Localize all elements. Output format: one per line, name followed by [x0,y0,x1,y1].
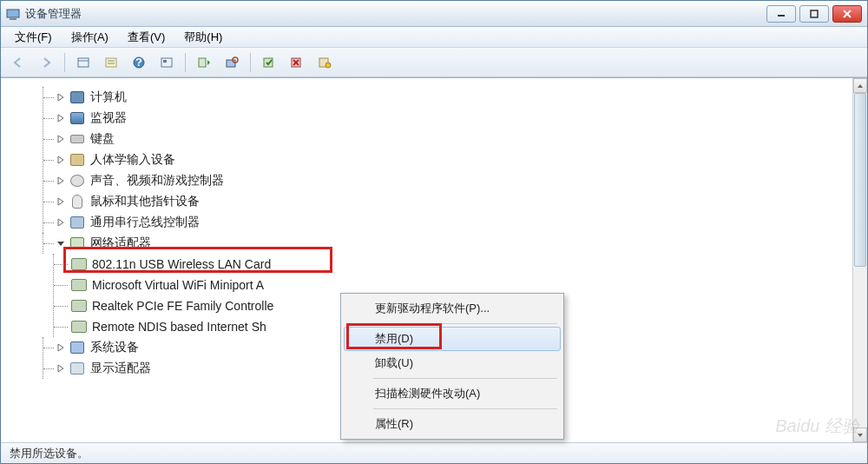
show-hide-console-button[interactable] [71,51,95,74]
tree-node[interactable]: 监视器 [43,108,867,129]
uninstall-button[interactable] [312,51,337,74]
tree-node[interactable]: 通用串行总线控制器 [43,212,867,233]
vertical-scrollbar[interactable] [852,78,867,442]
maximize-button[interactable] [799,5,829,23]
netcard-icon [71,256,87,272]
tree-node[interactable]: 鼠标和其他指针设备 [43,191,867,212]
minimize-button[interactable] [766,5,796,23]
device-icon [69,194,85,209]
toolbar-separator [250,53,251,72]
tree-node-label: 显示适配器 [90,361,151,376]
svg-rect-15 [199,58,206,67]
ctx-uninstall[interactable]: 卸载(U) [344,351,561,375]
netcard-icon [71,277,87,293]
tree-node[interactable]: 声音、视频和游戏控制器 [43,170,867,191]
ctx-separator [373,378,557,379]
tree-node-label: 鼠标和其他指针设备 [90,194,200,209]
statusbar: 禁用所选设备。 [1,442,867,463]
update-driver-button[interactable] [192,51,216,74]
expand-icon[interactable] [56,363,66,374]
close-button[interactable] [832,5,862,23]
netcard-icon [71,298,87,314]
device-icon [69,89,85,105]
device-icon [69,340,85,355]
menu-action[interactable]: 操作(A) [62,27,117,48]
svg-rect-14 [163,60,167,63]
scroll-thumb[interactable] [854,93,866,267]
enable-button[interactable] [257,51,281,74]
tree-node-label: 网络适配器 [90,235,151,251]
ctx-disable[interactable]: 禁用(D) [344,327,561,351]
svg-rect-0 [7,10,19,17]
tree-node-netcard[interactable]: 802.11n USB Wireless LAN Card [54,254,867,275]
properties-button[interactable] [99,51,123,74]
forward-button[interactable] [34,51,58,74]
help-button[interactable]: ? [127,51,151,74]
toolbar-button-5[interactable] [155,51,179,74]
svg-rect-1 [10,18,16,20]
svg-rect-6 [78,58,89,67]
expand-icon[interactable] [56,134,66,144]
tree-node-label: 系统设备 [90,340,139,355]
device-icon [69,361,85,376]
tree-node-label: Remote NDIS based Internet Sh [92,320,266,334]
collapse-icon[interactable] [56,238,66,249]
tree-node[interactable]: 键盘 [43,129,867,149]
menubar: 文件(F) 操作(A) 查看(V) 帮助(H) [1,27,867,48]
ctx-properties[interactable]: 属性(R) [344,412,561,436]
network-icon [69,235,85,251]
tree-node-label: 通用串行总线控制器 [90,215,200,230]
expand-icon[interactable] [56,196,66,207]
tree-node-label: 人体学输入设备 [90,152,175,168]
tree-node-label: 监视器 [90,110,127,126]
svg-rect-18 [264,58,273,67]
titlebar[interactable]: 设备管理器 [1,1,867,27]
device-icon [69,152,85,168]
tree-node-network-adapters[interactable]: 网络适配器 [43,233,867,254]
back-button[interactable] [6,51,30,74]
ctx-separator [373,323,557,324]
tree-node-label: 键盘 [90,131,115,147]
svg-rect-16 [227,60,235,67]
device-icon [69,173,85,189]
toolbar-separator [64,53,65,72]
app-icon [6,7,20,21]
tree-node-label: 计算机 [90,89,127,105]
toolbar-separator [185,53,186,72]
tree-node[interactable]: 人体学输入设备 [43,149,867,170]
svg-rect-8 [106,58,116,67]
tree-node[interactable]: 计算机 [43,87,867,108]
expand-icon[interactable] [56,113,66,123]
device-icon [69,215,85,230]
tree-node-label: Realtek PCIe FE Family Controlle [92,299,273,313]
expand-icon[interactable] [56,342,66,353]
expand-icon[interactable] [56,176,66,186]
scan-hardware-button[interactable] [220,51,244,74]
window-title: 设备管理器 [25,6,766,22]
svg-rect-3 [811,10,818,17]
expand-icon[interactable] [56,92,66,103]
svg-point-23 [326,63,331,68]
context-menu: 更新驱动程序软件(P)... 禁用(D) 卸载(U) 扫描检测硬件改动(A) 属… [340,293,564,440]
expand-icon[interactable] [56,217,66,228]
device-icon [69,131,85,147]
ctx-separator [373,408,557,409]
ctx-scan[interactable]: 扫描检测硬件改动(A) [344,381,561,406]
status-text: 禁用所选设备。 [10,447,89,460]
toolbar: ? [1,48,867,77]
menu-file[interactable]: 文件(F) [6,27,61,48]
scroll-up-button[interactable] [853,78,867,93]
device-icon [69,110,85,126]
expand-icon[interactable] [56,155,66,165]
tree-node-label: 声音、视频和游戏控制器 [90,173,224,189]
ctx-update-driver[interactable]: 更新驱动程序软件(P)... [344,296,561,321]
disable-button[interactable] [285,51,309,74]
menu-help[interactable]: 帮助(H) [175,27,231,48]
scroll-down-button[interactable] [853,428,867,442]
tree-node-label: 802.11n USB Wireless LAN Card [92,257,271,271]
menu-view[interactable]: 查看(V) [119,27,174,48]
tree-node-label: Microsoft Virtual WiFi Miniport A [92,278,264,292]
svg-text:?: ? [135,56,142,69]
netcard-icon [71,319,87,335]
